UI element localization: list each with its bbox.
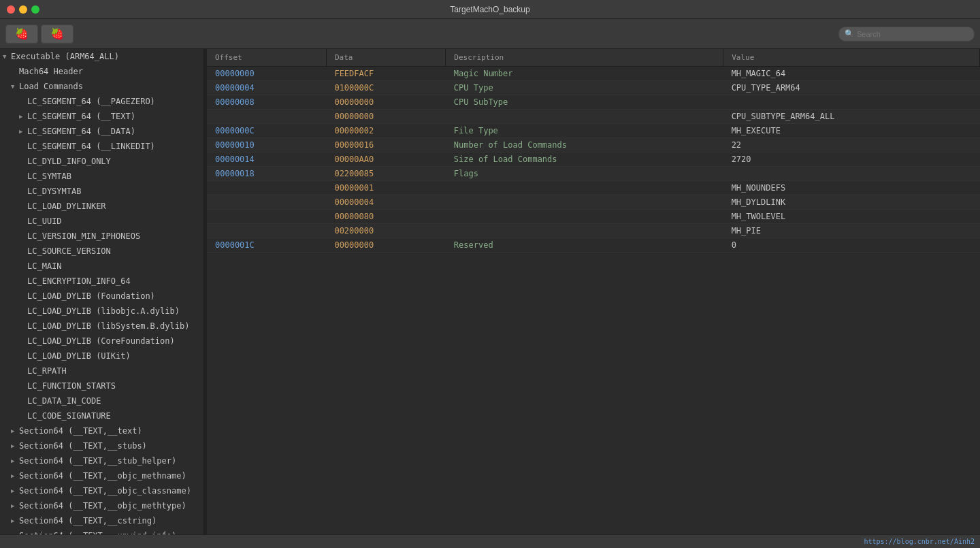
sidebar-item-lc-segment-text[interactable]: LC_SEGMENT_64 (__TEXT) bbox=[0, 109, 203, 124]
sidebar-item-lc-rpath[interactable]: LC_RPATH bbox=[0, 364, 203, 378]
sidebar-item-lc-function-starts[interactable]: LC_FUNCTION_STARTS bbox=[0, 378, 203, 393]
arrow-icon bbox=[19, 110, 27, 123]
sidebar-item-lc-symtab[interactable]: LC_SYMTAB bbox=[0, 169, 203, 184]
sidebar-item-lc-load-dylib-libobjc[interactable]: LC_LOAD_DYLIB (libobjc.A.dylib) bbox=[0, 304, 203, 319]
arrow-icon bbox=[11, 485, 19, 497]
sidebar-item-section64-text-stubs[interactable]: Section64 (__TEXT,__stubs) bbox=[0, 438, 203, 453]
cell-offset: 00000004 bbox=[207, 81, 326, 95]
sidebar-item-section64-text-objc-classname[interactable]: Section64 (__TEXT,__objc_classname) bbox=[0, 483, 203, 498]
cell-offset bbox=[207, 110, 326, 124]
sidebar-item-label: Section64 (__TEXT,__unwind_info) bbox=[19, 530, 176, 534]
table-row[interactable]: 00000001MH_NOUNDEFS bbox=[207, 181, 980, 195]
sidebar-item-lc-data-in-code[interactable]: LC_DATA_IN_CODE bbox=[0, 393, 203, 408]
sidebar-item-label: LC_LOAD_DYLIB (UIKit) bbox=[27, 350, 131, 362]
sidebar-item-section64-text-objc-methtype[interactable]: Section64 (__TEXT,__objc_methtype) bbox=[0, 498, 203, 513]
sidebar-item-label: LC_LOAD_DYLIB (libSystem.B.dylib) bbox=[27, 320, 189, 332]
table-row[interactable]: 0000001C00000000Reserved0 bbox=[207, 238, 980, 253]
sidebar-item-section64-text-stub-helper[interactable]: Section64 (__TEXT,__stub_helper) bbox=[0, 453, 203, 468]
toolbar-right: 🔍 bbox=[838, 27, 975, 42]
sidebar-item-label: LC_DYSYMTAB bbox=[27, 185, 81, 197]
sidebar-item-lc-load-dylinker[interactable]: LC_LOAD_DYLINKER bbox=[0, 199, 203, 214]
sidebar-item-label: Section64 (__TEXT,__stubs) bbox=[19, 440, 147, 452]
sidebar-item-lc-segment-linkedit[interactable]: LC_SEGMENT_64 (__LINKEDIT) bbox=[0, 139, 203, 154]
sidebar-item-label: LC_ENCRYPTION_INFO_64 bbox=[27, 275, 131, 287]
cell-data: 00000080 bbox=[326, 210, 445, 224]
sidebar-item-lc-main[interactable]: LC_MAIN bbox=[0, 259, 203, 274]
table-row[interactable]: 00000004MH_DYLDLINK bbox=[207, 195, 980, 210]
cell-description: Size of Load Commands bbox=[446, 152, 723, 167]
sidebar-item-lc-code-signature[interactable]: LC_CODE_SIGNATURE bbox=[0, 408, 203, 423]
sidebar-item-label: LC_RPATH bbox=[27, 365, 67, 377]
cell-offset: 0000000C bbox=[207, 124, 326, 138]
sidebar-item-section64-text-text[interactable]: Section64 (__TEXT,__text) bbox=[0, 423, 203, 438]
table-row[interactable]: 0000000800000000CPU SubType bbox=[207, 95, 980, 110]
close-button[interactable] bbox=[7, 5, 15, 14]
cell-value bbox=[723, 95, 980, 110]
toolbar-btn-1[interactable]: 🍓 bbox=[5, 25, 38, 44]
sidebar-item-lc-load-dylib-foundation[interactable]: LC_LOAD_DYLIB (Foundation) bbox=[0, 289, 203, 304]
maximize-button[interactable] bbox=[31, 5, 39, 14]
minimize-button[interactable] bbox=[19, 5, 27, 14]
toolbar-left: 🍓 🍓 bbox=[5, 25, 74, 44]
cell-data: 00000016 bbox=[326, 138, 445, 152]
table-row[interactable]: 00000080MH_TWOLEVEL bbox=[207, 210, 980, 224]
arrow-icon bbox=[11, 455, 19, 467]
cell-value: MH_MAGIC_64 bbox=[723, 67, 980, 81]
table-row[interactable]: 0000000C00000002File TypeMH_EXECUTE bbox=[207, 124, 980, 138]
sidebar-item-lc-dysymtab[interactable]: LC_DYSYMTAB bbox=[0, 184, 203, 199]
sidebar-item-lc-segment-data[interactable]: LC_SEGMENT_64 (__DATA) bbox=[0, 124, 203, 139]
sidebar-item-label: LC_DATA_IN_CODE bbox=[27, 395, 101, 407]
sidebar-item-label: LC_FUNCTION_STARTS bbox=[27, 380, 116, 392]
cell-description: Magic Number bbox=[446, 67, 723, 81]
sidebar-item-label: LC_LOAD_DYLIB (CoreFoundation) bbox=[27, 335, 175, 347]
table-row[interactable]: 00000000FEEDFACFMagic NumberMH_MAGIC_64 bbox=[207, 67, 980, 81]
sidebar-item-label: Section64 (__TEXT,__objc_classname) bbox=[19, 485, 191, 497]
table-row[interactable]: 0000001000000016Number of Load Commands2… bbox=[207, 138, 980, 152]
cell-data: 00000000 bbox=[326, 110, 445, 124]
sidebar-item-lc-load-dylib-uikit[interactable]: LC_LOAD_DYLIB (UIKit) bbox=[0, 349, 203, 364]
cell-data: FEEDFACF bbox=[326, 67, 445, 81]
sidebar-item-lc-encryption[interactable]: LC_ENCRYPTION_INFO_64 bbox=[0, 274, 203, 289]
sidebar-item-section64-text-unwind-info[interactable]: Section64 (__TEXT,__unwind_info) bbox=[0, 528, 203, 534]
sidebar-item-executable[interactable]: Executable (ARM64_ALL) bbox=[0, 49, 203, 64]
sidebar-item-lc-dyld-info-only[interactable]: LC_DYLD_INFO_ONLY bbox=[0, 154, 203, 169]
table-row[interactable]: 00000000CPU_SUBTYPE_ARM64_ALL bbox=[207, 110, 980, 124]
cell-description: Number of Load Commands bbox=[446, 138, 723, 152]
table-row[interactable]: 00200000MH_PIE bbox=[207, 224, 980, 238]
sidebar-item-label: LC_MAIN bbox=[27, 260, 62, 272]
sidebar-item-lc-load-dylib-libsystem[interactable]: LC_LOAD_DYLIB (libSystem.B.dylib) bbox=[0, 319, 203, 334]
table-row[interactable]: 0000001400000AA0Size of Load Commands272… bbox=[207, 152, 980, 167]
sidebar: Executable (ARM64_ALL)Mach64 HeaderLoad … bbox=[0, 49, 204, 534]
main-content: Executable (ARM64_ALL)Mach64 HeaderLoad … bbox=[0, 49, 980, 534]
sidebar-item-section64-text-objc-methname[interactable]: Section64 (__TEXT,__objc_methname) bbox=[0, 468, 203, 483]
arrow-icon bbox=[11, 425, 19, 437]
cell-value: MH_PIE bbox=[723, 224, 980, 238]
cell-data: 00000000 bbox=[326, 95, 445, 110]
sidebar-item-lc-segment-pagezero[interactable]: LC_SEGMENT_64 (__PAGEZERO) bbox=[0, 94, 203, 109]
cell-value: CPU_TYPE_ARM64 bbox=[723, 81, 980, 95]
toolbar-btn-2[interactable]: 🍓 bbox=[41, 25, 74, 44]
cell-data: 02200085 bbox=[326, 167, 445, 181]
arrow-icon bbox=[3, 50, 11, 63]
sidebar-item-load-commands[interactable]: Load Commands bbox=[0, 79, 203, 94]
sidebar-item-label: Section64 (__TEXT,__objc_methname) bbox=[19, 470, 186, 482]
cell-description: CPU Type bbox=[446, 81, 723, 95]
sidebar-item-lc-uuid[interactable]: LC_UUID bbox=[0, 214, 203, 229]
cell-value: 22 bbox=[723, 138, 980, 152]
window-controls bbox=[7, 5, 39, 14]
cell-offset: 00000008 bbox=[207, 95, 326, 110]
table-row[interactable]: 000000040100000CCPU TypeCPU_TYPE_ARM64 bbox=[207, 81, 980, 95]
table-header-row: Offset Data Description Value bbox=[207, 49, 980, 67]
col-header-data: Data bbox=[326, 49, 445, 67]
status-bar: https://blog.cnbr.net/Ainh2 bbox=[0, 534, 980, 548]
col-header-offset: Offset bbox=[207, 49, 326, 67]
sidebar-item-lc-load-dylib-corefoundation[interactable]: LC_LOAD_DYLIB (CoreFoundation) bbox=[0, 334, 203, 349]
table-row[interactable]: 0000001802200085Flags bbox=[207, 167, 980, 181]
sidebar-item-lc-source-version[interactable]: LC_SOURCE_VERSION bbox=[0, 244, 203, 259]
search-box[interactable]: 🔍 bbox=[838, 27, 975, 42]
sidebar-item-section64-text-cstring[interactable]: Section64 (__TEXT,__cstring) bbox=[0, 513, 203, 528]
sidebar-item-mach64-header[interactable]: Mach64 Header bbox=[0, 64, 203, 79]
search-input[interactable] bbox=[857, 30, 966, 38]
sidebar-item-label: LC_SEGMENT_64 (__PAGEZERO) bbox=[27, 95, 155, 108]
sidebar-item-lc-version-min[interactable]: LC_VERSION_MIN_IPHONEOS bbox=[0, 229, 203, 244]
